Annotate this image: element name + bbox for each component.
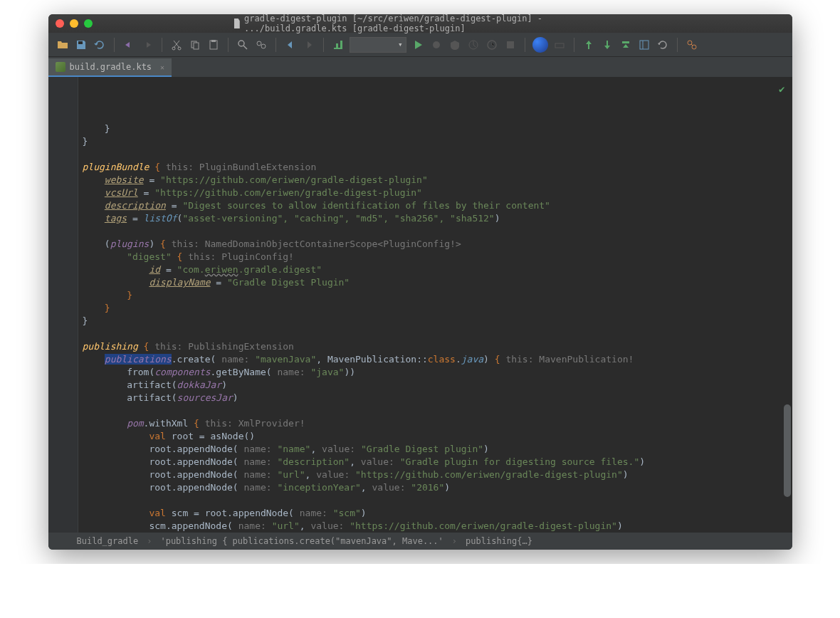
push-icon[interactable] (619, 38, 633, 52)
prop-vcsurl: vcsUrl (105, 187, 138, 198)
hint: value: (316, 469, 350, 480)
val: "https://github.com/eriwen/gradle-digest… (350, 520, 617, 531)
decl: root = asNode() (166, 431, 255, 441)
tab-close-icon[interactable]: ✕ (160, 63, 164, 71)
attach-icon[interactable] (485, 38, 499, 52)
redo-icon[interactable] (140, 38, 154, 52)
refresh-icon[interactable] (93, 38, 107, 52)
hint: this: PluginBundleExtension (166, 162, 316, 172)
breadcrumb-separator: › (452, 536, 457, 546)
kw-pluginbundle: pluginBundle (83, 162, 149, 172)
gutter[interactable] (48, 77, 78, 533)
prop-dname: displayName (149, 277, 210, 288)
svg-rect-14 (555, 43, 564, 48)
val: "2016" (411, 482, 444, 493)
svg-rect-13 (507, 41, 514, 48)
replace-icon[interactable] (254, 38, 268, 52)
val: "https://github.com/eriwen/gradle-digest… (160, 174, 428, 185)
find-icon[interactable] (236, 38, 250, 52)
history-icon[interactable] (637, 38, 651, 52)
title-label: gradle-digest-plugin [~/src/eriwen/gradl… (244, 14, 606, 33)
stop-icon[interactable] (503, 38, 518, 52)
hint: this: MavenPublication! (505, 354, 634, 365)
breadcrumb-item[interactable]: Build_gradle (77, 536, 139, 546)
hint: value: (322, 444, 355, 454)
call: from( (127, 367, 154, 377)
call: .create( (172, 354, 216, 365)
id: components (154, 367, 210, 377)
id: pom (127, 418, 143, 429)
val: "Gradle Digest Plugin" (227, 277, 350, 288)
call: root.appendNode( (149, 444, 238, 454)
hint: value: (310, 520, 344, 531)
breadcrumb-item[interactable]: 'publishing { publications.create("maven… (160, 536, 443, 546)
kw: val (149, 508, 165, 518)
forward-icon[interactable] (302, 38, 316, 52)
hint: this: NamedDomainObjectContainerScope<Pl… (172, 239, 461, 249)
svg-point-8 (257, 41, 261, 46)
id: java (461, 354, 483, 365)
open-icon[interactable] (56, 38, 70, 52)
paste-icon[interactable] (206, 38, 221, 52)
scrollbar[interactable] (784, 404, 791, 497)
txt: , MavenPublication:: (316, 354, 428, 365)
copy-icon[interactable] (188, 38, 202, 52)
breadcrumb-separator: › (147, 536, 152, 546)
run-icon[interactable] (411, 38, 425, 52)
val: "Gradle plugin for digesting source file… (400, 456, 640, 467)
save-icon[interactable] (74, 38, 88, 52)
kw: class (428, 354, 456, 365)
ide-window: gradle-digest-plugin [~/src/eriwen/gradl… (48, 14, 792, 550)
tab-build-gradle[interactable]: build.gradle.kts ✕ (48, 58, 172, 77)
svg-rect-6 (211, 40, 216, 42)
commit-icon[interactable] (600, 38, 614, 52)
window-title: gradle-digest-plugin [~/src/eriwen/gradl… (234, 14, 607, 33)
breadcrumb[interactable]: Build_gradle › 'publishing { publication… (48, 533, 792, 550)
run-config-select[interactable]: ▾ (350, 37, 406, 53)
hint: name: (300, 508, 327, 518)
back-icon[interactable] (283, 38, 298, 52)
call: root.appendNode( (149, 482, 238, 493)
tab-label: build.gradle.kts (70, 62, 152, 72)
build-icon[interactable] (331, 38, 345, 52)
call: .getByName( (211, 367, 272, 377)
hint: name: (243, 482, 271, 493)
hint: name: (243, 444, 271, 454)
call: scm.appendNode( (149, 520, 232, 531)
val: "scm" (333, 508, 361, 518)
hint: this: PublishingExtension (154, 341, 294, 352)
cut-icon[interactable] (169, 38, 184, 52)
breadcrumb-item[interactable]: publishing{…} (466, 536, 532, 546)
close-button[interactable] (56, 19, 64, 28)
val: "name" (277, 444, 310, 454)
val: "url" (277, 469, 305, 480)
vcs-icon[interactable] (552, 38, 567, 52)
profile-icon[interactable] (466, 38, 481, 52)
coverage-icon[interactable] (448, 38, 462, 52)
svg-point-7 (238, 41, 244, 46)
hint: value: (361, 456, 394, 467)
debug-icon[interactable] (429, 38, 443, 52)
svg-point-9 (261, 44, 266, 48)
prop-tags: tags (105, 213, 127, 224)
val: "description" (277, 456, 350, 467)
avatar-icon[interactable] (532, 37, 548, 53)
code-area[interactable]: ✔ } } pluginBundle { this: PluginBundleE… (78, 77, 792, 533)
undo-icon[interactable] (122, 38, 136, 52)
titlebar[interactable]: gradle-digest-plugin [~/src/eriwen/gradl… (48, 14, 792, 33)
kw-publishing: publishing (83, 341, 138, 352)
editor-tabs: build.gradle.kts ✕ (48, 57, 792, 77)
hint: name: (221, 354, 249, 365)
prop-website: website (105, 174, 144, 185)
svg-rect-0 (78, 41, 83, 44)
editor[interactable]: ✔ } } pluginBundle { this: PluginBundleE… (48, 77, 792, 533)
val: "java" (310, 367, 344, 377)
rollback-icon[interactable] (656, 38, 670, 52)
id: dokkaJar (177, 379, 222, 390)
toolbar: ▾ (48, 33, 792, 57)
minimize-button[interactable] (70, 19, 78, 28)
maximize-button[interactable] (84, 19, 93, 28)
prop-desc: description (105, 200, 166, 211)
update-icon[interactable] (582, 38, 596, 52)
search-everywhere-icon[interactable] (685, 38, 699, 52)
